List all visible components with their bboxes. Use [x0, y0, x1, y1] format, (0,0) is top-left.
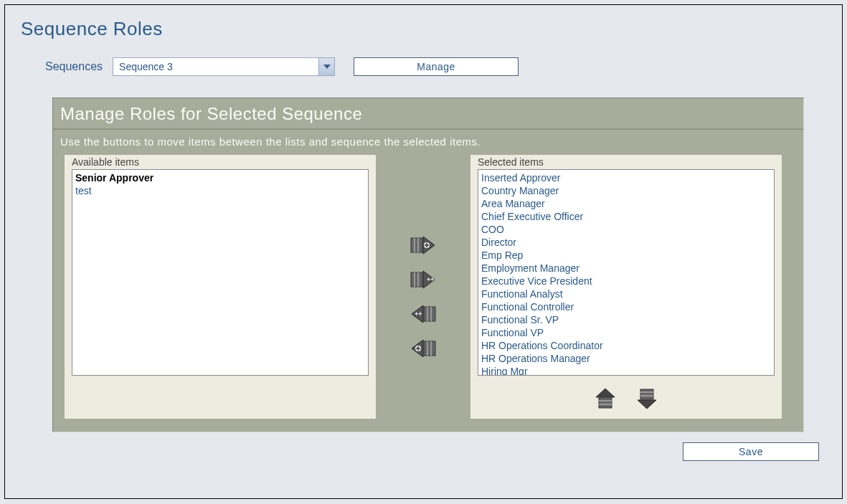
list-item[interactable]: Senior Approver	[75, 171, 365, 184]
shuttle-buttons: ++ ++	[400, 155, 446, 419]
svg-rect-29	[640, 389, 653, 399]
svg-rect-19	[424, 341, 435, 356]
list-item[interactable]: Functional Controller	[481, 300, 771, 313]
svg-rect-10	[417, 272, 419, 287]
list-item[interactable]: COO	[481, 223, 771, 236]
toolbar: Sequences Sequence 3 Manage	[45, 57, 828, 76]
selected-label: Selected items	[470, 155, 782, 169]
svg-text:++: ++	[427, 276, 435, 283]
move-all-left-button[interactable]: ++	[408, 303, 438, 327]
manage-button[interactable]: Manage	[354, 57, 519, 76]
svg-rect-16	[430, 307, 432, 321]
list-item[interactable]: Employment Manager	[481, 262, 771, 275]
arrow-up-icon	[593, 387, 617, 412]
save-row: Save	[19, 442, 819, 461]
available-label: Available items	[65, 155, 376, 169]
available-listbox[interactable]: Senior Approvertest	[72, 169, 369, 376]
list-item[interactable]: Functional Sr. VP	[481, 313, 771, 326]
list-item[interactable]: Director	[481, 236, 771, 249]
chevron-down-icon	[318, 58, 334, 75]
arrow-all-left-icon: ++	[409, 303, 437, 328]
sequence-select[interactable]: Sequence 3	[113, 57, 335, 76]
move-left-button[interactable]	[408, 337, 438, 361]
svg-rect-1	[411, 238, 422, 252]
svg-marker-25	[596, 389, 615, 397]
svg-marker-0	[323, 65, 331, 69]
arrow-all-right-icon: ++	[409, 268, 437, 293]
arrow-down-icon	[635, 387, 659, 412]
list-item[interactable]: Emp Rep	[481, 249, 771, 262]
svg-rect-20	[427, 341, 428, 356]
move-right-button[interactable]	[408, 234, 438, 258]
move-up-button[interactable]	[590, 387, 620, 412]
svg-rect-30	[640, 391, 653, 393]
available-column: Available items Senior Approvertest	[65, 155, 376, 419]
reorder-buttons	[470, 383, 782, 419]
svg-text:++: ++	[415, 310, 422, 318]
svg-rect-28	[599, 404, 612, 405]
svg-rect-14	[424, 307, 435, 321]
roles-panel: Manage Roles for Selected Sequence Use t…	[52, 98, 804, 432]
svg-rect-31	[640, 395, 653, 396]
svg-rect-2	[414, 238, 415, 252]
svg-rect-26	[599, 398, 612, 408]
page-title: Sequence Roles	[21, 18, 828, 40]
list-item[interactable]: Functional VP	[481, 326, 771, 339]
roles-panel-title: Manage Roles for Selected Sequence	[53, 98, 803, 130]
list-item[interactable]: HR Operations Manager	[481, 352, 771, 365]
main-panel: Sequence Roles Sequences Sequence 3 Mana…	[4, 4, 843, 499]
svg-marker-32	[638, 400, 656, 409]
move-all-right-button[interactable]: ++	[408, 268, 438, 293]
move-down-button[interactable]	[632, 387, 662, 412]
svg-rect-3	[417, 238, 419, 252]
sequence-select-value: Sequence 3	[119, 61, 173, 72]
list-item[interactable]: HR Operations Coordinator	[481, 339, 771, 352]
svg-rect-21	[430, 341, 432, 356]
arrow-right-icon	[409, 234, 437, 259]
list-item[interactable]: Area Manager	[481, 197, 771, 210]
svg-rect-15	[427, 307, 428, 321]
list-item[interactable]: Chief Executive Officer	[481, 210, 771, 223]
list-item[interactable]: test	[75, 184, 365, 197]
roles-panel-instructions: Use the buttons to move items between th…	[53, 130, 803, 155]
list-item[interactable]: Inserted Approver	[481, 171, 771, 184]
svg-rect-27	[599, 400, 612, 401]
shuttle: Available items Senior Approvertest	[53, 155, 803, 432]
svg-rect-9	[414, 272, 415, 287]
list-item[interactable]: Functional Analyst	[481, 287, 771, 300]
list-item[interactable]: Hiring Mgr	[481, 365, 771, 376]
selected-listbox[interactable]: Inserted ApproverCountry ManagerArea Man…	[478, 169, 775, 376]
sequences-label: Sequences	[45, 60, 103, 73]
list-item[interactable]: Executive Vice President	[481, 275, 771, 287]
list-item[interactable]: Country Manager	[481, 184, 771, 197]
svg-rect-8	[411, 272, 422, 287]
save-button[interactable]: Save	[683, 442, 819, 461]
arrow-left-icon	[409, 337, 437, 362]
selected-column: Selected items Inserted ApproverCountry …	[470, 155, 782, 419]
